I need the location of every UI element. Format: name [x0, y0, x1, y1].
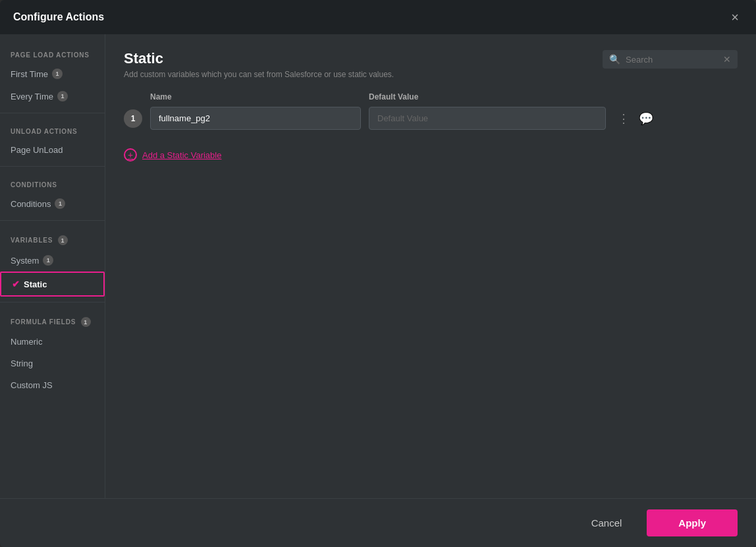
- formula-section-label: FORMULA FIELDS 1: [0, 308, 105, 331]
- sidebar-item-every-time[interactable]: Every Time 1: [0, 85, 105, 107]
- divider-1: [0, 113, 105, 113]
- add-static-variable-button[interactable]: + Add a Static Variable: [124, 148, 738, 161]
- row-actions: ⋮ 💬: [616, 111, 655, 126]
- sidebar-label-numeric: Numeric: [11, 337, 42, 347]
- column-headers: Name Default Value: [124, 92, 738, 101]
- divider-4: [0, 302, 105, 302]
- sidebar-label-system: System: [11, 256, 39, 266]
- divider-2: [0, 166, 105, 167]
- main-content: Static Add custom variables which you ca…: [105, 34, 756, 498]
- cancel-button[interactable]: Cancel: [576, 511, 638, 535]
- conditions-section-label: CONDITIONS: [0, 172, 105, 192]
- search-box: 🔍 ✕: [603, 50, 738, 69]
- default-value-input[interactable]: [369, 107, 606, 130]
- search-icon: 🔍: [609, 54, 620, 65]
- search-clear-button[interactable]: ✕: [723, 54, 731, 65]
- conditions-badge: 1: [55, 198, 65, 209]
- add-icon: +: [124, 148, 137, 161]
- modal-body: PAGE LOAD ACTIONS First Time 1 Every Tim…: [0, 34, 756, 498]
- page-load-section-label: PAGE LOAD ACTIONS: [0, 42, 105, 63]
- first-time-badge: 1: [52, 69, 63, 79]
- modal-title: Configure Actions: [13, 11, 104, 23]
- static-check-icon: ✔: [12, 279, 20, 289]
- sidebar: PAGE LOAD ACTIONS First Time 1 Every Tim…: [0, 34, 105, 498]
- variables-section-badge: 1: [58, 235, 68, 245]
- name-input[interactable]: [150, 107, 361, 130]
- row-number: 1: [124, 109, 142, 128]
- sidebar-item-string[interactable]: String: [0, 353, 105, 374]
- close-button[interactable]: ×: [727, 9, 743, 25]
- sidebar-label-string: String: [11, 359, 33, 368]
- add-variable-label: Add a Static Variable: [142, 150, 221, 160]
- sidebar-item-conditions[interactable]: Conditions 1: [0, 192, 105, 215]
- page-subtitle: Add custom variables which you can set f…: [124, 70, 394, 79]
- sidebar-label-page-unload: Page UnLoad: [11, 145, 63, 155]
- formula-section-badge: 1: [81, 317, 91, 327]
- modal-footer: Cancel Apply: [0, 498, 756, 547]
- sidebar-item-page-unload[interactable]: Page UnLoad: [0, 139, 105, 161]
- default-value-column-header: Default Value: [369, 92, 606, 101]
- name-column-header: Name: [150, 92, 361, 101]
- system-badge: 1: [43, 255, 53, 266]
- apply-button[interactable]: Apply: [647, 509, 738, 536]
- sidebar-label-static: Static: [24, 279, 47, 289]
- table-row: 1 ⋮ 💬: [124, 107, 738, 130]
- more-options-button[interactable]: ⋮: [616, 111, 631, 126]
- sidebar-item-first-time[interactable]: First Time 1: [0, 63, 105, 85]
- unload-section-label: UNLOAD ACTIONS: [0, 119, 105, 139]
- every-time-badge: 1: [57, 91, 68, 101]
- sidebar-item-static[interactable]: ✔ Static: [0, 272, 105, 297]
- comment-button[interactable]: 💬: [637, 111, 655, 126]
- title-area: Static Add custom variables which you ca…: [124, 50, 394, 79]
- sidebar-label-first-time: First Time: [11, 69, 48, 79]
- sidebar-item-numeric[interactable]: Numeric: [0, 331, 105, 353]
- sidebar-label-every-time: Every Time: [11, 92, 53, 101]
- page-title: Static: [124, 50, 394, 67]
- variables-table: Name Default Value 1 ⋮ 💬: [124, 92, 738, 132]
- modal-header: Configure Actions ×: [0, 0, 756, 34]
- sidebar-label-conditions: Conditions: [11, 199, 51, 209]
- configure-actions-modal: Configure Actions × PAGE LOAD ACTIONS Fi…: [0, 0, 756, 547]
- divider-3: [0, 220, 105, 221]
- sidebar-item-customjs[interactable]: Custom JS: [0, 374, 105, 396]
- search-input[interactable]: [626, 55, 718, 65]
- sidebar-item-system[interactable]: System 1: [0, 249, 105, 272]
- variables-section-label: VARIABLES 1: [0, 226, 105, 249]
- sidebar-label-customjs: Custom JS: [11, 380, 53, 390]
- content-header: Static Add custom variables which you ca…: [124, 50, 738, 79]
